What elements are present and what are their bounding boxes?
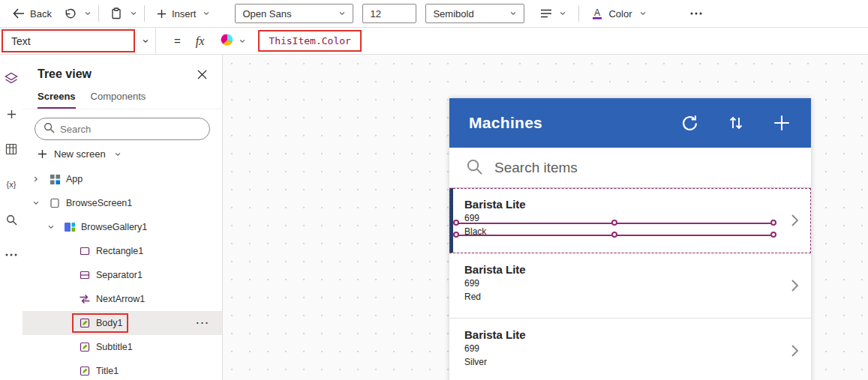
tree-item[interactable]: NextArrow1 <box>23 287 222 311</box>
formula-text: ThisItem.Color <box>269 35 351 46</box>
new-screen-plus-icon <box>38 149 47 159</box>
text-align-button[interactable] <box>535 6 572 21</box>
font-weight-chevron-icon <box>509 10 517 17</box>
app-search-bar[interactable]: Search items <box>449 148 811 188</box>
tab-screens[interactable]: Screens <box>38 91 76 109</box>
refresh-icon[interactable] <box>680 113 700 133</box>
gallery-item-chevron-icon[interactable] <box>790 213 799 228</box>
tree-item[interactable]: Title1 <box>23 359 222 380</box>
tree-item[interactable]: BrowseGallery1 <box>23 215 222 239</box>
toolbar-overflow-button[interactable] <box>685 9 707 18</box>
tree-item[interactable]: BrowseScreen1 <box>23 191 222 215</box>
back-label: Back <box>30 8 52 19</box>
search-icon[interactable] <box>3 212 20 227</box>
tree-item[interactable]: Body1 ··· <box>23 311 222 335</box>
more-icon[interactable] <box>3 247 20 262</box>
search-icon <box>44 122 55 136</box>
tree-item-label: Rectangle1 <box>96 246 143 256</box>
paste-button[interactable] <box>106 4 127 22</box>
tree-search[interactable] <box>35 118 210 140</box>
property-chevron-icon[interactable] <box>135 28 156 55</box>
font-family-chevron-icon <box>338 10 346 17</box>
resize-handle[interactable] <box>453 232 459 238</box>
tree-item-icon <box>78 341 92 353</box>
undo-button[interactable] <box>59 5 81 22</box>
data-source-button[interactable] <box>221 33 246 49</box>
color-button[interactable]: A Color <box>586 4 651 23</box>
gallery-item-subtitle: 699 <box>464 213 811 223</box>
gallery-item[interactable]: Barista Lite 699 Red <box>449 253 811 319</box>
gallery-list: Barista Lite 699 Black Barista Lite 699 … <box>449 188 811 380</box>
tree-item[interactable]: Separator1 <box>23 263 222 287</box>
app-header-title: Machines <box>469 114 542 132</box>
search-icon <box>466 158 483 178</box>
insert-plus-icon <box>157 9 167 19</box>
tree-item[interactable]: Subtitle1 <box>23 335 222 359</box>
property-select[interactable]: Text <box>2 29 135 52</box>
formula-input[interactable]: ThisItem.Color <box>258 30 362 52</box>
tree-expand-chevron-icon[interactable] <box>30 199 42 207</box>
gallery-item-chevron-icon[interactable] <box>790 343 799 358</box>
app-preview: Machines Search items Barista Lite 699 B… <box>449 98 811 380</box>
tree-item[interactable]: App <box>23 167 222 191</box>
gallery-item-subtitle: 699 <box>464 343 811 354</box>
tree-view-icon[interactable] <box>3 71 20 86</box>
insert-label: Insert <box>172 8 197 19</box>
tree-item-icon <box>78 293 92 305</box>
color-label: Color <box>608 8 632 19</box>
add-icon[interactable] <box>772 113 791 133</box>
insert-icon[interactable] <box>3 106 20 121</box>
new-screen-label: New screen <box>54 148 106 160</box>
sort-icon[interactable] <box>727 113 745 133</box>
back-button[interactable]: Back <box>8 5 57 22</box>
tree-item-icon <box>78 317 92 329</box>
canvas[interactable]: Machines Search items Barista Lite 699 B… <box>223 55 868 380</box>
data-source-icon <box>221 33 234 49</box>
new-screen-button[interactable]: New screen <box>23 143 222 165</box>
tree-expand-chevron-icon[interactable] <box>45 223 57 231</box>
tree-item-icon <box>78 269 92 281</box>
fx-icon: fx <box>196 34 205 48</box>
tree-item-label: BrowseGallery1 <box>81 222 147 232</box>
font-size-value: 12 <box>370 8 380 19</box>
tree-item[interactable]: Rectangle1 <box>23 239 222 263</box>
tab-components[interactable]: Components <box>91 91 146 109</box>
toolbar-divider <box>98 5 99 22</box>
tree-list: App BrowseScreen1 BrowseGallery1 Rectang… <box>23 167 222 380</box>
font-color-icon: A <box>591 7 603 20</box>
gallery-item[interactable]: Barista Lite 699 Black <box>449 188 811 253</box>
tree-item-label: Title1 <box>96 366 119 376</box>
undo-dropdown-chevron-icon[interactable] <box>84 10 92 17</box>
font-weight-select[interactable]: Semibold <box>425 4 524 23</box>
property-value: Text <box>11 35 31 47</box>
gallery-item-title: Barista Lite <box>464 263 811 276</box>
new-screen-chevron-icon <box>114 151 122 158</box>
gallery-item-body: Silver <box>464 357 811 367</box>
tree-item-label: NextArrow1 <box>96 294 145 304</box>
gallery-item[interactable]: Barista Lite 699 Silver <box>449 319 811 380</box>
gallery-item-title: Barista Lite <box>464 198 811 211</box>
insert-dropdown-chevron-icon <box>203 10 210 17</box>
insert-button[interactable]: Insert <box>152 5 216 22</box>
tree-item-icon <box>48 197 62 209</box>
paste-dropdown-chevron-icon[interactable] <box>130 10 137 17</box>
resize-handle[interactable] <box>453 220 459 226</box>
tree-search-input[interactable] <box>60 124 201 135</box>
gallery-item-chevron-icon[interactable] <box>790 278 799 293</box>
more-icon <box>690 12 702 15</box>
close-icon[interactable] <box>197 70 207 79</box>
variables-icon[interactable]: {x} <box>3 177 20 192</box>
app-header: Machines <box>449 98 811 148</box>
gallery-item-body: Red <box>464 292 811 302</box>
tree-expand-chevron-icon[interactable] <box>30 175 42 183</box>
tree-item-overflow-button[interactable]: ··· <box>197 318 211 328</box>
gallery-item-subtitle: 699 <box>464 278 811 289</box>
font-weight-value: Semibold <box>433 8 473 19</box>
tree-item-label: Subtitle1 <box>96 342 133 352</box>
data-icon[interactable] <box>3 142 20 157</box>
tree-item-label: BrowseScreen1 <box>66 198 132 208</box>
font-family-select[interactable]: Open Sans <box>235 4 353 23</box>
font-size-select[interactable]: 12 <box>362 4 416 23</box>
gallery-item-body: Black <box>464 226 811 237</box>
tree-item-icon <box>78 245 92 257</box>
